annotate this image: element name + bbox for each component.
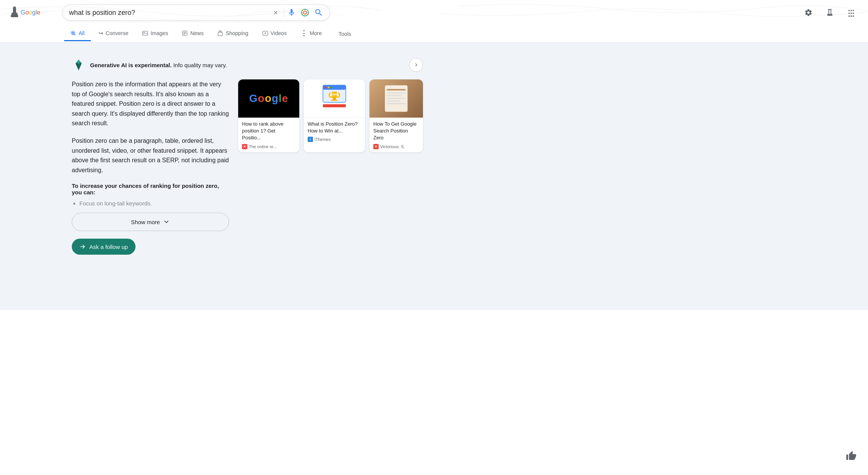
svg-text:ZERO: ZERO	[331, 93, 338, 96]
card-source-1: ✕ The online re...	[242, 144, 295, 149]
card-image-3	[369, 79, 423, 118]
ai-badge: Generative AI is experimental. Info qual…	[90, 62, 227, 68]
svg-rect-22	[387, 89, 406, 90]
source-icon-1: ✕	[242, 144, 247, 149]
news-tab-label: News	[190, 30, 203, 36]
search-submit-button[interactable]	[314, 8, 323, 17]
svg-rect-23	[387, 92, 406, 94]
apps-button[interactable]	[844, 5, 859, 20]
follow-up-icon	[79, 243, 86, 250]
logo-l: g	[32, 9, 35, 16]
source-icon-3: V	[373, 144, 379, 149]
tab-converse[interactable]: ↪ Converse	[92, 26, 135, 42]
svg-point-14	[328, 86, 330, 88]
card-text-3: How To Get Google Search Position Zero V…	[369, 118, 423, 152]
images-tab-label: Images	[150, 30, 168, 36]
source-name-3: Victorious: S.	[380, 144, 405, 149]
tools-label: Tools	[339, 31, 351, 37]
gear-icon	[804, 8, 813, 17]
scroll-right-button[interactable]	[409, 58, 423, 72]
chevron-right-icon	[413, 62, 419, 68]
settings-button[interactable]	[801, 5, 816, 20]
svg-point-15	[331, 86, 333, 88]
svg-point-6	[72, 32, 74, 34]
shopping-tab-icon	[217, 30, 223, 36]
search-icons	[287, 8, 323, 17]
ai-body: Position zero is the information that ap…	[72, 79, 423, 255]
card-source-2: i iThemes	[308, 137, 361, 142]
converse-tab-label: Converse	[106, 30, 129, 36]
all-tab-icon	[70, 30, 76, 36]
ai-list-item-1: Focus on long-tail keywords.	[79, 200, 229, 207]
follow-up-label: Ask a follow up	[89, 244, 128, 250]
show-more-label: Show more	[131, 219, 160, 225]
lens-search-button[interactable]	[300, 8, 310, 17]
search-divider	[284, 8, 284, 17]
svg-rect-24	[387, 95, 402, 96]
ai-image-cards: Google How to rank above position 1? Get…	[238, 79, 423, 152]
image-card-2[interactable]: ZERO What is Position Zero? How to Win a…	[304, 79, 365, 152]
logo-e2: e	[37, 9, 40, 16]
chevron-down-icon	[163, 218, 170, 225]
source-icon-2: i	[308, 137, 313, 142]
card-title-2: What is Position Zero? How to Win at...	[308, 121, 361, 134]
svg-rect-18	[331, 100, 337, 101]
svg-rect-20	[323, 104, 346, 107]
labs-button[interactable]	[822, 5, 837, 20]
snippet-illustration	[381, 83, 411, 114]
tab-news[interactable]: News	[176, 26, 210, 41]
videos-tab-label: Videos	[271, 30, 287, 36]
google-doodle-icon	[9, 6, 20, 19]
show-more-button[interactable]: Show more	[72, 213, 229, 231]
card-image-1: Google	[238, 79, 299, 118]
svg-rect-26	[387, 100, 400, 102]
tab-images[interactable]: Images	[136, 26, 174, 41]
news-tab-icon	[182, 30, 188, 36]
videos-tab-icon	[262, 30, 268, 36]
tab-videos[interactable]: Videos	[256, 26, 293, 41]
search-bar: what is position zero? ×	[63, 5, 330, 21]
image-card-3[interactable]: How To Get Google Search Position Zero V…	[369, 79, 423, 152]
main-content: Generative AI is experimental. Info qual…	[0, 43, 868, 310]
trophy-illustration: ZERO	[321, 83, 348, 114]
flask-icon	[826, 8, 834, 17]
svg-rect-2	[11, 15, 18, 17]
converse-tab-icon: ↪	[98, 30, 103, 37]
image-card-1[interactable]: Google How to rank above position 1? Get…	[238, 79, 299, 152]
ai-header: Generative AI is experimental. Info qual…	[72, 58, 423, 72]
svg-rect-25	[387, 98, 406, 99]
svg-point-4	[303, 11, 307, 14]
card-title-1: How to rank above position 1? Get Positi…	[242, 121, 295, 142]
microphone-icon	[287, 8, 296, 17]
ask-follow-up-button[interactable]: Ask a follow up	[72, 239, 136, 255]
header-right	[801, 5, 859, 20]
card-text-1: How to rank above position 1? Get Positi…	[238, 118, 299, 152]
header: Google what is position zero? ×	[0, 0, 868, 25]
svg-rect-27	[387, 103, 406, 104]
search-bar-wrapper: what is position zero? ×	[63, 5, 330, 21]
shopping-tab-label: Shopping	[226, 30, 248, 36]
ai-image-cards-wrapper: Google How to rank above position 1? Get…	[238, 79, 423, 152]
images-tab-icon	[142, 30, 148, 36]
card-source-3: V Victorious: S.	[373, 144, 419, 149]
lens-icon	[300, 8, 310, 17]
logo[interactable]: Google	[9, 6, 55, 19]
svg-point-8	[144, 32, 145, 33]
search-input[interactable]: what is position zero?	[69, 9, 270, 17]
tab-all[interactable]: All	[64, 26, 91, 41]
logo-o1: o	[25, 9, 29, 16]
tools-button[interactable]: Tools	[332, 27, 357, 41]
tab-more[interactable]: ⋮ More	[294, 25, 328, 42]
voice-search-button[interactable]	[287, 8, 296, 17]
ai-text-content: Position zero is the information that ap…	[72, 79, 229, 255]
tab-shopping[interactable]: Shopping	[211, 26, 254, 41]
more-tab-label: More	[310, 30, 322, 36]
svg-rect-17	[333, 98, 336, 100]
card-text-2: What is Position Zero? How to Win at... …	[304, 118, 365, 145]
ai-answer-box: Generative AI is experimental. Info qual…	[64, 50, 431, 262]
clear-button[interactable]: ×	[273, 8, 278, 17]
search-submit-icon	[314, 8, 323, 17]
ai-tip-text: To increase your chances of ranking for …	[72, 183, 229, 195]
logo-o2: o	[29, 9, 32, 16]
apps-grid-icon	[847, 8, 855, 17]
